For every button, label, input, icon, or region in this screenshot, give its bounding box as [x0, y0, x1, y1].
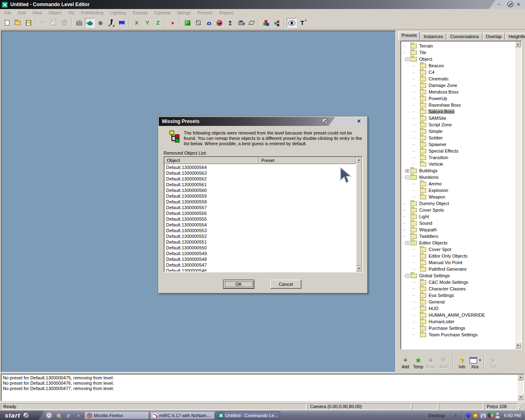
tree-item[interactable]: SAMSite — [402, 115, 515, 121]
tree-item[interactable]: PowerUp — [402, 95, 515, 102]
messenger-user-icon[interactable] — [495, 413, 500, 418]
tree-item[interactable]: Character Classes — [402, 285, 515, 292]
tree-item[interactable]: Team Purchase Settings — [402, 331, 515, 338]
removed-object-row[interactable]: Default.1300000555 — [165, 216, 355, 222]
tree-item[interactable]: C&C Mode Settings — [402, 279, 515, 285]
xtra-button[interactable]: Xtra — [468, 352, 481, 369]
removed-object-row[interactable]: Default.1300000560 — [165, 187, 355, 193]
scroll-down-icon[interactable] — [515, 343, 521, 349]
removed-object-row[interactable]: Default.1300000554 — [165, 222, 355, 228]
tree-item[interactable]: Sakura Boss — [402, 108, 515, 115]
tree-item[interactable]: Cinematic — [402, 75, 515, 82]
removed-object-row[interactable]: Default.1300000556 — [165, 210, 355, 216]
rgb-cubes-icon[interactable] — [261, 18, 271, 27]
expand-toggle-icon[interactable]: + — [406, 169, 409, 173]
tree-scrollbar[interactable] — [515, 41, 521, 349]
removed-object-row[interactable]: Default.1300000548 — [165, 256, 355, 262]
tree-item[interactable]: - Munitions — [402, 174, 515, 180]
dolly-camera-icon[interactable] — [74, 18, 84, 27]
cancel-button[interactable]: Cancel — [270, 280, 301, 289]
vis-disable-eye-icon[interactable] — [215, 18, 224, 27]
tab-heightfield[interactable]: Heightfield — [505, 33, 525, 40]
polygon-icon[interactable] — [247, 18, 256, 27]
removed-object-row[interactable]: Default.1300000557 — [165, 205, 355, 210]
del-button[interactable]: × Del — [487, 352, 500, 369]
close-button[interactable] — [514, 1, 523, 8]
tree-item[interactable]: Simple — [402, 128, 515, 135]
text-label-icon[interactable]: T — [297, 18, 307, 27]
tree-item[interactable]: HUD — [402, 305, 515, 312]
expand-toggle-icon[interactable]: - — [406, 274, 409, 278]
expand-toggle-icon[interactable]: - — [406, 57, 409, 61]
axis-y-icon[interactable]: Y — [142, 18, 152, 27]
tree-item[interactable]: General — [402, 299, 515, 305]
teapot-icon[interactable] — [85, 18, 95, 27]
tab-presets[interactable]: Presets — [398, 32, 420, 40]
ok-button[interactable]: OK — [223, 280, 254, 289]
axis-x-icon[interactable]: X — [132, 18, 142, 27]
vis-triangle-eye-icon[interactable] — [204, 18, 214, 27]
menu-item[interactable]: Lighting — [107, 9, 129, 16]
menu-item[interactable]: Pathfinding — [78, 9, 107, 16]
menu-item[interactable]: Sounds — [129, 9, 151, 16]
flag-icon[interactable] — [117, 18, 127, 27]
taskbar-button-commando[interactable]: Untitled - Commando Le... — [216, 411, 280, 419]
tree-item[interactable]: Tile — [402, 49, 515, 56]
mod-button[interactable]: ⚒ Mod — [437, 352, 450, 369]
tree-item[interactable]: Script Zone — [402, 121, 515, 128]
tree-item[interactable]: Light — [402, 213, 515, 220]
removed-object-row[interactable]: Default.1300000564 — [165, 164, 355, 170]
tree-item[interactable]: Cover Spots — [402, 207, 515, 213]
orbit-axis-icon[interactable]: ⊕ — [96, 18, 105, 27]
tree-item[interactable]: Sound — [402, 220, 515, 226]
tree-item[interactable]: Mendoza Boss — [402, 89, 515, 95]
tree-item[interactable]: Manual Vis Point — [402, 259, 515, 266]
dialog-close-icon[interactable]: × — [356, 118, 362, 125]
walk-mode-icon[interactable] — [106, 18, 116, 27]
tree-item[interactable]: + Buildings — [402, 167, 515, 174]
paste-icon[interactable] — [59, 18, 69, 27]
colorful-swirl-icon[interactable] — [488, 413, 493, 418]
tree-item[interactable]: Waypath — [402, 226, 515, 233]
menu-item[interactable]: Report — [216, 9, 236, 16]
add-button[interactable]: + Add — [399, 352, 412, 369]
removed-object-row[interactable]: Default.1300000562 — [165, 176, 355, 182]
tree-item[interactable]: Twiddlers — [402, 233, 515, 240]
tree-item[interactable]: Weapon — [402, 194, 515, 200]
internet-explorer-icon[interactable]: e — [65, 412, 72, 419]
removed-object-row[interactable]: Default.1300000553 — [165, 228, 355, 233]
tree-item[interactable]: Terrain — [402, 43, 515, 49]
tab-instances[interactable]: Instances — [420, 33, 446, 40]
menu-item[interactable]: File — [1, 9, 15, 16]
tree-item[interactable]: Spawner — [402, 141, 515, 148]
removed-object-row[interactable]: Default.1300000551 — [165, 239, 355, 245]
tab-overlap[interactable]: Overlap — [483, 33, 505, 40]
tree-item[interactable]: - Object — [402, 56, 515, 62]
minimize-button[interactable] — [495, 1, 503, 8]
tab-conversations[interactable]: Conversations — [447, 33, 482, 40]
tree-item[interactable]: C4 — [402, 69, 515, 75]
copy-icon[interactable] — [49, 18, 59, 27]
start-button[interactable]: start — [0, 411, 44, 420]
maximize-button[interactable] — [504, 1, 513, 8]
tree-item[interactable]: Editor Only Objects — [402, 253, 515, 259]
tree-item[interactable]: Raveshaw Boss — [402, 102, 515, 108]
tree-item[interactable]: Damage Zone — [402, 82, 515, 89]
removed-object-row[interactable]: Default.1300000561 — [165, 182, 355, 187]
menu-item[interactable]: Edit — [15, 9, 29, 16]
tree-item[interactable]: Soldier — [402, 135, 515, 141]
tree-item[interactable]: Beacon — [402, 62, 515, 69]
save-icon[interactable] — [23, 18, 33, 27]
tree-item[interactable]: Explosion — [402, 187, 515, 194]
tree-item[interactable]: - Global Settings — [402, 272, 515, 279]
axis-z-icon[interactable]: Z — [153, 18, 163, 27]
temp-button[interactable]: ∗ Temp — [412, 352, 425, 369]
tree-item[interactable]: Cover Spot — [402, 246, 515, 253]
tree-item[interactable]: Pathfind Generator — [402, 266, 515, 272]
menu-item[interactable]: Camera — [151, 9, 173, 16]
column-header-preset[interactable]: Preset — [259, 157, 356, 164]
headphones-icon[interactable] — [480, 412, 486, 418]
expand-toggle-icon[interactable]: - — [406, 241, 409, 245]
scroll-up-icon[interactable] — [518, 374, 523, 380]
removed-object-row[interactable]: Default.1300000559 — [165, 193, 355, 199]
